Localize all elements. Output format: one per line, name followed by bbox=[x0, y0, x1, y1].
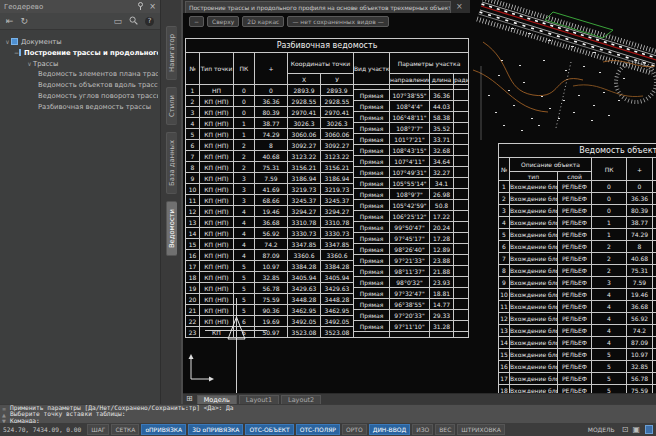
drawing-icon bbox=[19, 49, 21, 56]
status-toggle-button[interactable]: ШАГ bbox=[87, 424, 109, 435]
command-line-area[interactable]: ≡ ▲ ▼ Применить параметры [Да/Нет/Сохран… bbox=[0, 404, 656, 423]
segment-row: Прямая108°7'7"35.52 bbox=[354, 123, 469, 134]
segment-row: Прямая96°38'55"14.77 bbox=[354, 299, 469, 310]
document-tabbar: Построение трассы и продольного профиля … bbox=[183, 0, 470, 13]
segment-row: Прямая97°32'47"18.81 bbox=[354, 288, 469, 299]
tree-leaf-item[interactable]: Ведомость элементов плана трассы bbox=[4, 69, 158, 80]
annotation-scale-icon[interactable]: ⊡ bbox=[622, 425, 629, 434]
tree-leaf-item[interactable]: Разбивочная ведомость трассы bbox=[4, 102, 158, 113]
command-gutter: ≡ ▲ ▼ bbox=[0, 405, 8, 423]
stakeout-row: 1НП0 02893.92893.9 bbox=[186, 85, 354, 96]
panel-close-icon[interactable]: × bbox=[149, 3, 156, 11]
status-toggle-button[interactable]: ИЗО bbox=[412, 424, 433, 435]
help-icon[interactable]: ? bbox=[145, 17, 154, 26]
tree-node-documents[interactable]: ∨ Документы bbox=[4, 36, 158, 47]
document-close-icon[interactable]: × bbox=[456, 0, 463, 13]
stakeout-row: 11КП (НП)3 68.663245.373245.37 bbox=[186, 195, 354, 206]
tree-leaf-item[interactable]: Ведомость объектов вдоль трассы bbox=[4, 80, 158, 91]
tree-leaf-list: Ведомость элементов плана трассыВедомост… bbox=[4, 69, 158, 113]
geo-tree-panel: Геодерево × ⇤ ↻ ▭ ? ∨ Документы − bbox=[0, 0, 161, 404]
status-toggle-button[interactable]: ОРТО bbox=[342, 424, 367, 435]
object-row: 8Вхождение блокаРЕЛЬЕФ 275.31 bbox=[499, 265, 656, 277]
segment-row: Прямая108°4'4"44.03 bbox=[354, 101, 469, 112]
object-row: 14Вхождение блокаРЕЛЬЕФ 487.09 bbox=[499, 337, 656, 349]
object-row: 13Вхождение блокаРЕЛЬЕФ 474.2 bbox=[499, 325, 656, 337]
side-tab[interactable]: Навигатор bbox=[166, 26, 177, 80]
segment-row: Прямая98°26'40"12.89 bbox=[354, 244, 469, 255]
segment-row: Прямая106°25'12"17.22 bbox=[354, 211, 469, 222]
drawing-canvas[interactable]: Разбивочная ведомость № Тип точки ПК + К… bbox=[183, 0, 656, 393]
viewport-control-button[interactable]: Сверху bbox=[207, 16, 239, 27]
workspace-icon[interactable]: ▣ bbox=[632, 425, 640, 434]
side-tab[interactable]: База данных bbox=[166, 132, 177, 194]
notification-icon[interactable] bbox=[645, 425, 653, 434]
collapse-tree-icon[interactable]: ⇤ bbox=[6, 16, 14, 26]
stakeout-row: 7КП (НП)2 40.683123.223123.22 bbox=[186, 151, 354, 162]
object-row: 2Вхождение блокаРЕЛЬЕФ 036.36 bbox=[499, 193, 656, 205]
objects-table-title: Ведомость объектов bbox=[498, 143, 656, 157]
stakeout-row: 22КП (НП)6 19.693492.053492.05 bbox=[186, 316, 354, 327]
side-tab[interactable]: Ведомости bbox=[166, 201, 177, 256]
status-toggle-button[interactable]: СЕТКА bbox=[111, 424, 139, 435]
stakeout-row: 9КП (НП)3 7.593186.943186.94 bbox=[186, 173, 354, 184]
document-tab[interactable]: Построение трассы и продольного профиля … bbox=[185, 1, 451, 13]
document-tab-title: Построение трассы и продольного профиля … bbox=[189, 4, 451, 11]
refresh-icon[interactable]: ↻ bbox=[21, 16, 29, 26]
layout-grid-icon[interactable]: ⊞ bbox=[186, 395, 193, 403]
pin-icon[interactable] bbox=[137, 2, 144, 12]
segment-row: Прямая97°11'10"31.28 bbox=[354, 321, 469, 332]
space-mode-label[interactable]: МОДЕЛЬ bbox=[588, 426, 615, 433]
chevron-down-icon[interactable]: ∨ bbox=[4, 38, 11, 45]
command-history: Применить параметры [Да/Нет/Сохранено/Со… bbox=[8, 405, 656, 423]
viewport-controls: −Сверху2D каркас— нет сохраненных видов … bbox=[189, 16, 389, 27]
status-toggle-button[interactable]: ОТС-ОБЪЕКТ bbox=[245, 424, 293, 435]
tree-node-document[interactable]: − Построение трассы и продольного про... bbox=[4, 47, 158, 58]
object-row: 16Вхождение блокаРЕЛЬЕФ 532.85 bbox=[499, 361, 656, 373]
stakeout-row: 8КП (НП)2 75.313156.213156.21 bbox=[186, 162, 354, 173]
segment-row: Прямая97°45'17"17.28 bbox=[354, 233, 469, 244]
stakeout-row: 6КП (НП)2 83092.273092.27 bbox=[186, 140, 354, 151]
layout-tab-strip: ⊞ МодельLayout1Layout2 bbox=[183, 393, 656, 404]
stakeout-row: 13КП (НП)4 36.683310.783310.78 bbox=[186, 217, 354, 228]
status-toggle-button[interactable]: оПРИВЯЗКА bbox=[141, 424, 186, 435]
panel-titlebar: Геодерево × bbox=[0, 0, 160, 13]
tree-node-routes[interactable]: ∨ Трассы bbox=[4, 58, 158, 69]
snap-triangle-marker bbox=[227, 316, 246, 341]
object-row: 10Вхождение блокаРЕЛЬЕФ 419.46 bbox=[499, 289, 656, 301]
tree-leaf-item[interactable]: Ведомость углов поворота трассы bbox=[4, 91, 158, 102]
status-toggle-button[interactable]: ДИН-ВВОД bbox=[369, 424, 411, 435]
object-row: 9Вхождение блокаРЕЛЬЕФ 37.59 bbox=[499, 277, 656, 289]
segment-row: Прямая107°49'31"32.27 bbox=[354, 167, 469, 178]
chevron-down-icon[interactable]: ∨ bbox=[26, 60, 33, 67]
object-row: 17Вхождение блокаРЕЛЬЕФ 556.78 bbox=[499, 373, 656, 385]
cursor-coordinates: 524.70, 7434.09, 0.00 bbox=[3, 426, 81, 433]
side-tab[interactable]: Стили bbox=[166, 87, 177, 125]
status-toggle-button[interactable]: 3D оПРИВЯЗКА bbox=[188, 424, 243, 435]
status-toggle-button[interactable]: ШТРИХОВКА bbox=[457, 424, 505, 435]
stakeout-row: 20КП (НП)5 75.593448.283448.28 bbox=[186, 294, 354, 305]
stakeout-segments: Вид участка Параметры участка направлени… bbox=[353, 52, 469, 338]
object-row: 5Вхождение блокаРЕЛЬЕФ 174.29 bbox=[499, 229, 656, 241]
segment-row: Прямая105°42'59"50.8 bbox=[354, 200, 469, 211]
viewport-control-button[interactable]: — нет сохраненных видов — bbox=[287, 16, 388, 27]
viewport-control-button[interactable]: 2D каркас bbox=[242, 16, 284, 27]
segment-row: Прямая98°0'32"23.93 bbox=[354, 277, 469, 288]
segment-row: Прямая108°43'15"32.68 bbox=[354, 145, 469, 156]
object-row: 1Вхождение блокаРЕЛЬЕФ 00 bbox=[499, 181, 656, 193]
segment-row: Прямая101°7'21"33.71 bbox=[354, 134, 469, 145]
status-toggle-button[interactable]: ОТС-ПОЛЯР bbox=[296, 424, 340, 435]
select-area-icon[interactable]: ▭ bbox=[113, 16, 122, 26]
viewport-control-button[interactable]: − bbox=[189, 16, 204, 27]
segment-row: Прямая106°48'11"58.38 bbox=[354, 112, 469, 123]
layout-tab[interactable]: Layout1 bbox=[239, 395, 279, 404]
status-bar: 524.70, 7434.09, 0.00 ШАГСЕТКАоПРИВЯЗКА3… bbox=[0, 423, 656, 436]
status-toggle-button[interactable]: ВЕС bbox=[435, 424, 455, 435]
app-window: Геодерево × ⇤ ↻ ▭ ? ∨ Документы − bbox=[0, 0, 656, 436]
layout-tab[interactable]: Модель bbox=[197, 395, 237, 404]
stakeout-row: 21КП (НП)5 90.363462.953462.95 bbox=[186, 305, 354, 316]
stakeout-row: 3КП (НП)0 80.392970.412970.41 bbox=[186, 107, 354, 118]
objects-table: Ведомость объектов № Описание объекта ПК… bbox=[498, 143, 656, 393]
search-icon[interactable] bbox=[129, 16, 138, 27]
layout-tab[interactable]: Layout2 bbox=[281, 395, 321, 404]
documents-icon bbox=[11, 38, 18, 45]
